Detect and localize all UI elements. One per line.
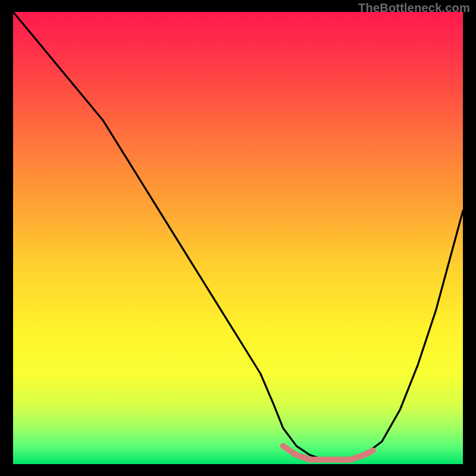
flat-segment [13, 12, 463, 464]
chart-stage: TheBottleneck.com [0, 0, 476, 476]
plot-area [13, 12, 463, 464]
